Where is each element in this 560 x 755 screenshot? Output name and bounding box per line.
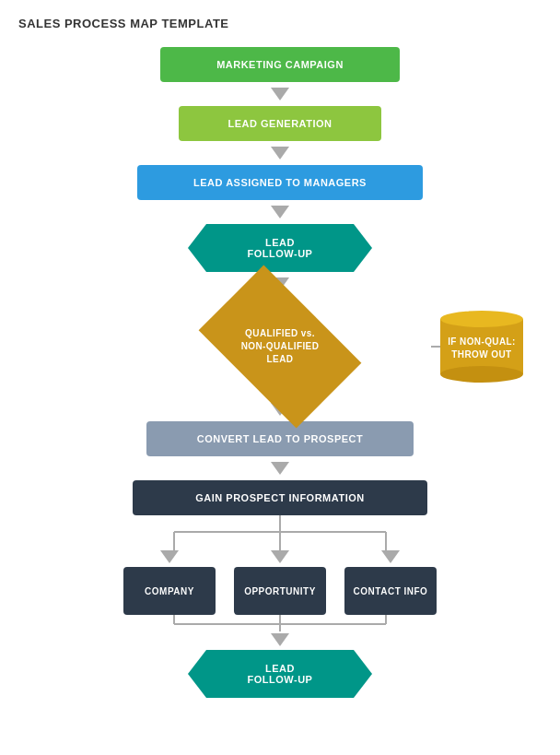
marketing-campaign-box: MARKETING CAMPAIGN xyxy=(160,47,400,82)
branch-svg xyxy=(123,515,437,550)
arrow-1 xyxy=(271,88,289,100)
page-title: SALES PROCESS MAP TEMPLATE xyxy=(18,17,542,30)
arrow-opportunity xyxy=(271,550,289,563)
arrow-company xyxy=(160,550,179,563)
bottom-branch-arrows xyxy=(123,615,437,631)
lead-assigned-box: LEAD ASSIGNED TO MANAGERS xyxy=(137,165,423,200)
lead-generation-box: LEAD GENERATION xyxy=(179,106,381,141)
three-boxes-row: COMPANY OPPORTUNITY CONTACT INFO xyxy=(123,550,437,615)
contact-info-box: CONTACT INFO xyxy=(344,567,437,615)
opportunity-column: OPPORTUNITY xyxy=(229,550,331,615)
arrow-3 xyxy=(271,206,289,218)
non-qual-cylinder: IF NON-QUAL: THROW OUT xyxy=(440,311,523,383)
convert-box: CONVERT LEAD TO PROSPECT xyxy=(146,421,414,456)
lead-followup1-box: LEAD FOLLOW-UP xyxy=(188,224,372,272)
company-box: COMPANY xyxy=(123,567,216,615)
qualified-section: QUALIFIED vs. NON-QUALIFIED LEAD IF NON-… xyxy=(18,296,542,397)
arrow-7 xyxy=(271,633,289,646)
arrow-contact-info xyxy=(381,550,400,563)
qualified-diamond: QUALIFIED vs. NON-QUALIFIED LEAD xyxy=(188,296,372,397)
bottom-branch-svg xyxy=(123,615,437,631)
gain-prospect-box: GAIN PROSPECT INFORMATION xyxy=(133,480,427,515)
company-column: COMPANY xyxy=(123,550,216,615)
branch-arrow-area xyxy=(123,515,437,550)
opportunity-box: OPPORTUNITY xyxy=(234,567,326,615)
flowchart: MARKETING CAMPAIGN LEAD GENERATION LEAD … xyxy=(18,47,542,698)
contact-info-column: CONTACT INFO xyxy=(344,550,437,615)
lead-followup2-box: LEAD FOLLOW-UP xyxy=(188,650,372,698)
arrow-2 xyxy=(271,147,289,159)
arrow-6 xyxy=(271,462,289,475)
